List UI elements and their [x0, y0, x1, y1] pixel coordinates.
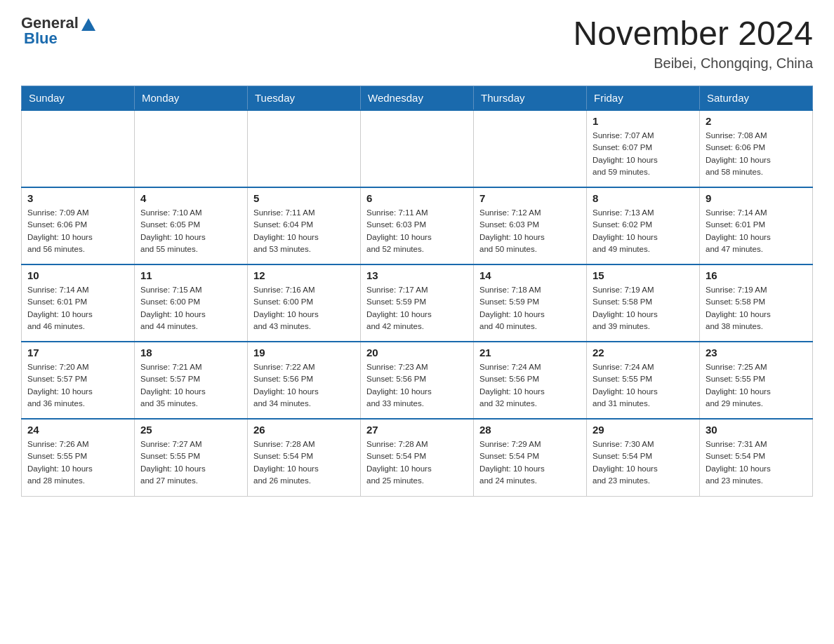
- logo: General Blue: [21, 14, 95, 48]
- calendar-cell: [361, 110, 474, 187]
- day-number: 18: [140, 347, 241, 358]
- calendar-cell: 15Sunrise: 7:19 AM Sunset: 5:58 PM Dayli…: [587, 264, 700, 342]
- day-number: 21: [479, 347, 581, 358]
- week-row-1: 1Sunrise: 7:07 AM Sunset: 6:07 PM Daylig…: [22, 110, 813, 187]
- calendar-cell: 28Sunrise: 7:29 AM Sunset: 5:54 PM Dayli…: [474, 419, 587, 496]
- weekday-header-sunday: Sunday: [22, 86, 135, 111]
- calendar-cell: 22Sunrise: 7:24 AM Sunset: 5:55 PM Dayli…: [587, 342, 700, 419]
- day-info: Sunrise: 7:16 AM Sunset: 6:00 PM Dayligh…: [253, 284, 355, 333]
- day-info: Sunrise: 7:29 AM Sunset: 5:54 PM Dayligh…: [479, 438, 581, 487]
- day-info: Sunrise: 7:20 AM Sunset: 5:57 PM Dayligh…: [27, 361, 128, 410]
- logo-triangle-icon: [81, 18, 95, 31]
- calendar-cell: 19Sunrise: 7:22 AM Sunset: 5:56 PM Dayli…: [248, 342, 361, 419]
- calendar-cell: [248, 110, 361, 187]
- day-info: Sunrise: 7:14 AM Sunset: 6:01 PM Dayligh…: [706, 207, 807, 255]
- day-info: Sunrise: 7:28 AM Sunset: 5:54 PM Dayligh…: [366, 438, 468, 487]
- day-info: Sunrise: 7:30 AM Sunset: 5:54 PM Dayligh…: [593, 438, 694, 487]
- day-number: 8: [593, 192, 694, 204]
- day-number: 12: [253, 269, 355, 281]
- week-row-5: 24Sunrise: 7:26 AM Sunset: 5:55 PM Dayli…: [22, 419, 813, 496]
- title-area: November 2024 Beibei, Chongqing, China: [573, 14, 813, 72]
- calendar-cell: 14Sunrise: 7:18 AM Sunset: 5:59 PM Dayli…: [474, 264, 587, 342]
- calendar-cell: 4Sunrise: 7:10 AM Sunset: 6:05 PM Daylig…: [135, 187, 248, 264]
- week-row-3: 10Sunrise: 7:14 AM Sunset: 6:01 PM Dayli…: [22, 264, 813, 342]
- calendar-cell: 7Sunrise: 7:12 AM Sunset: 6:03 PM Daylig…: [474, 187, 587, 264]
- calendar-cell: 13Sunrise: 7:17 AM Sunset: 5:59 PM Dayli…: [361, 264, 474, 342]
- calendar-cell: 10Sunrise: 7:14 AM Sunset: 6:01 PM Dayli…: [22, 264, 135, 342]
- day-number: 2: [706, 115, 807, 127]
- calendar-cell: 12Sunrise: 7:16 AM Sunset: 6:00 PM Dayli…: [248, 264, 361, 342]
- day-info: Sunrise: 7:17 AM Sunset: 5:59 PM Dayligh…: [366, 284, 468, 333]
- day-number: 6: [366, 192, 468, 204]
- day-info: Sunrise: 7:19 AM Sunset: 5:58 PM Dayligh…: [706, 284, 807, 333]
- day-number: 22: [593, 347, 694, 358]
- day-info: Sunrise: 7:23 AM Sunset: 5:56 PM Dayligh…: [366, 361, 468, 410]
- day-info: Sunrise: 7:26 AM Sunset: 5:55 PM Dayligh…: [27, 438, 128, 487]
- day-info: Sunrise: 7:19 AM Sunset: 5:58 PM Dayligh…: [593, 284, 694, 333]
- calendar-cell: 1Sunrise: 7:07 AM Sunset: 6:07 PM Daylig…: [587, 110, 700, 187]
- calendar-cell: 30Sunrise: 7:31 AM Sunset: 5:54 PM Dayli…: [700, 419, 813, 496]
- logo-blue-text: Blue: [21, 29, 58, 48]
- day-number: 15: [593, 269, 694, 281]
- day-number: 27: [366, 424, 468, 436]
- calendar-cell: 17Sunrise: 7:20 AM Sunset: 5:57 PM Dayli…: [22, 342, 135, 419]
- day-info: Sunrise: 7:07 AM Sunset: 6:07 PM Dayligh…: [593, 130, 694, 178]
- week-row-4: 17Sunrise: 7:20 AM Sunset: 5:57 PM Dayli…: [22, 342, 813, 419]
- calendar-cell: 21Sunrise: 7:24 AM Sunset: 5:56 PM Dayli…: [474, 342, 587, 419]
- calendar-cell: 3Sunrise: 7:09 AM Sunset: 6:06 PM Daylig…: [22, 187, 135, 264]
- day-info: Sunrise: 7:31 AM Sunset: 5:54 PM Dayligh…: [706, 438, 807, 487]
- calendar-cell: 24Sunrise: 7:26 AM Sunset: 5:55 PM Dayli…: [22, 419, 135, 496]
- weekday-header-thursday: Thursday: [474, 86, 587, 111]
- calendar-cell: 11Sunrise: 7:15 AM Sunset: 6:00 PM Dayli…: [135, 264, 248, 342]
- calendar-cell: 6Sunrise: 7:11 AM Sunset: 6:03 PM Daylig…: [361, 187, 474, 264]
- calendar-cell: [135, 110, 248, 187]
- day-info: Sunrise: 7:08 AM Sunset: 6:06 PM Dayligh…: [706, 130, 807, 178]
- day-info: Sunrise: 7:27 AM Sunset: 5:55 PM Dayligh…: [140, 438, 241, 487]
- day-info: Sunrise: 7:10 AM Sunset: 6:05 PM Dayligh…: [140, 207, 241, 255]
- calendar-cell: 18Sunrise: 7:21 AM Sunset: 5:57 PM Dayli…: [135, 342, 248, 419]
- calendar-cell: 16Sunrise: 7:19 AM Sunset: 5:58 PM Dayli…: [700, 264, 813, 342]
- day-info: Sunrise: 7:11 AM Sunset: 6:04 PM Dayligh…: [253, 207, 355, 255]
- day-number: 19: [253, 347, 355, 358]
- day-number: 24: [27, 424, 128, 436]
- month-title: November 2024: [573, 14, 813, 53]
- location-title: Beibei, Chongqing, China: [573, 55, 813, 72]
- calendar-cell: [474, 110, 587, 187]
- day-number: 13: [366, 269, 468, 281]
- day-number: 11: [140, 269, 241, 281]
- weekday-header-monday: Monday: [135, 86, 248, 111]
- calendar-cell: 23Sunrise: 7:25 AM Sunset: 5:55 PM Dayli…: [700, 342, 813, 419]
- day-number: 7: [479, 192, 581, 204]
- calendar-table: SundayMondayTuesdayWednesdayThursdayFrid…: [21, 86, 813, 497]
- calendar-cell: 26Sunrise: 7:28 AM Sunset: 5:54 PM Dayli…: [248, 419, 361, 496]
- calendar-cell: 25Sunrise: 7:27 AM Sunset: 5:55 PM Dayli…: [135, 419, 248, 496]
- day-info: Sunrise: 7:22 AM Sunset: 5:56 PM Dayligh…: [253, 361, 355, 410]
- weekday-header-wednesday: Wednesday: [361, 86, 474, 111]
- day-info: Sunrise: 7:15 AM Sunset: 6:00 PM Dayligh…: [140, 284, 241, 333]
- day-number: 14: [479, 269, 581, 281]
- page-header: General Blue November 2024 Beibei, Chong…: [21, 14, 813, 72]
- day-number: 26: [253, 424, 355, 436]
- day-number: 28: [479, 424, 581, 436]
- day-number: 4: [140, 192, 241, 204]
- day-info: Sunrise: 7:24 AM Sunset: 5:56 PM Dayligh…: [479, 361, 581, 410]
- day-info: Sunrise: 7:28 AM Sunset: 5:54 PM Dayligh…: [253, 438, 355, 487]
- calendar-cell: [22, 110, 135, 187]
- calendar-cell: 8Sunrise: 7:13 AM Sunset: 6:02 PM Daylig…: [587, 187, 700, 264]
- day-info: Sunrise: 7:13 AM Sunset: 6:02 PM Dayligh…: [593, 207, 694, 255]
- week-row-2: 3Sunrise: 7:09 AM Sunset: 6:06 PM Daylig…: [22, 187, 813, 264]
- day-info: Sunrise: 7:09 AM Sunset: 6:06 PM Dayligh…: [27, 207, 128, 255]
- day-info: Sunrise: 7:11 AM Sunset: 6:03 PM Dayligh…: [366, 207, 468, 255]
- day-number: 25: [140, 424, 241, 436]
- day-info: Sunrise: 7:24 AM Sunset: 5:55 PM Dayligh…: [593, 361, 694, 410]
- day-number: 29: [593, 424, 694, 436]
- calendar-header-row: SundayMondayTuesdayWednesdayThursdayFrid…: [22, 86, 813, 111]
- weekday-header-saturday: Saturday: [700, 86, 813, 111]
- day-number: 1: [593, 115, 694, 127]
- day-number: 3: [27, 192, 128, 204]
- weekday-header-friday: Friday: [587, 86, 700, 111]
- calendar-cell: 20Sunrise: 7:23 AM Sunset: 5:56 PM Dayli…: [361, 342, 474, 419]
- day-number: 9: [706, 192, 807, 204]
- day-number: 16: [706, 269, 807, 281]
- calendar-cell: 9Sunrise: 7:14 AM Sunset: 6:01 PM Daylig…: [700, 187, 813, 264]
